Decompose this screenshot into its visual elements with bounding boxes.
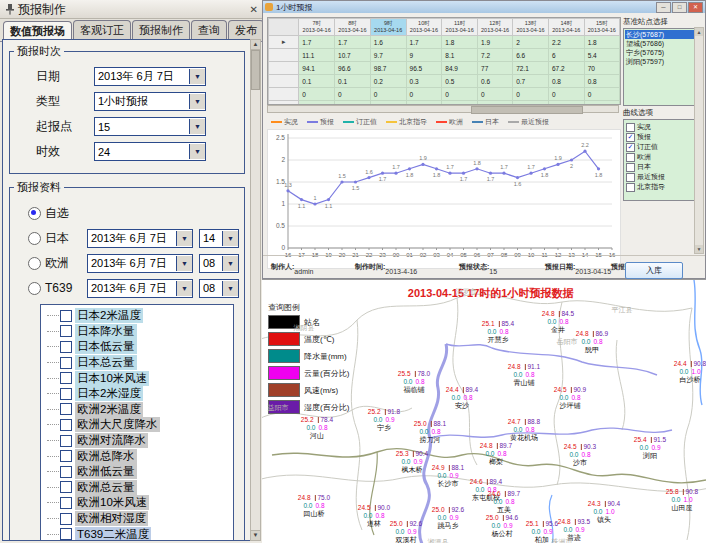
grid-cell[interactable]: 6 [548, 49, 584, 62]
grid-cell[interactable]: 98.7 [370, 62, 406, 75]
curve-option[interactable]: ✓预报 [625, 132, 701, 142]
grid-cell[interactable]: 0.5 [442, 75, 478, 88]
radio-T639[interactable] [28, 282, 41, 295]
tree-item[interactable]: 欧洲2米温度 [45, 402, 233, 418]
column-header[interactable]: 9时2013-04-16 [370, 19, 406, 36]
column-header[interactable]: 11时2013-04-16 [442, 19, 478, 36]
checkbox[interactable] [626, 183, 635, 192]
grid-cell[interactable]: 2.2 [548, 36, 584, 49]
grid-cell[interactable]: 7.2 [478, 49, 513, 62]
checkbox[interactable] [60, 310, 72, 322]
pin-icon[interactable] [4, 3, 16, 15]
hour-combo[interactable]: 14▼ [199, 229, 239, 248]
tab-客观订正[interactable]: 客观订正 [73, 20, 131, 41]
hscrollbar-thumb[interactable] [471, 106, 583, 114]
checkbox[interactable] [60, 372, 72, 384]
checkbox[interactable] [60, 435, 72, 447]
checkbox[interactable] [60, 325, 72, 337]
grid-cell[interactable]: 1.8 [442, 36, 478, 49]
grid-cell[interactable]: 0.1 [335, 75, 371, 88]
grid-cell[interactable]: 5.4 [584, 49, 619, 62]
grid-cell[interactable]: 6.6 [513, 49, 549, 62]
grid-cell[interactable]: 0.3 [406, 75, 442, 88]
grid-cell[interactable]: 1.7 [406, 36, 442, 49]
grid-cell[interactable]: 0 [548, 88, 584, 101]
chevron-down-icon[interactable]: ▼ [222, 256, 238, 271]
checkbox[interactable] [626, 163, 635, 172]
chevron-down-icon[interactable]: ▼ [189, 119, 205, 134]
panel-close-icon[interactable]: ✕ [250, 4, 258, 15]
tree-item[interactable]: 欧洲大尺度降水 [45, 417, 233, 433]
combo-起报点[interactable]: 15▼ [94, 117, 206, 136]
grid-cell[interactable]: 0.8 [584, 75, 619, 88]
date-combo[interactable]: 2013年 6月 7日▼ [87, 254, 193, 273]
grid-cell[interactable]: 0 [299, 88, 335, 101]
grid-cell[interactable]: 96.6 [335, 62, 371, 75]
grid-cell[interactable]: 0.7 [513, 75, 549, 88]
curve-option[interactable]: 最近预报 [625, 172, 701, 182]
combo-日期[interactable]: 2013年 6月 7日▼ [94, 67, 206, 86]
chevron-down-icon[interactable]: ▼ [189, 144, 205, 159]
grid-cell[interactable]: 0.8 [548, 75, 584, 88]
curve-option[interactable]: 北京指导 [625, 182, 701, 192]
scroll-down-icon[interactable]: ▼ [251, 530, 260, 540]
curve-option[interactable]: 欧洲 [625, 152, 701, 162]
close-icon[interactable]: ✕ [688, 2, 703, 13]
grid-cell[interactable]: 9 [406, 49, 442, 62]
checkbox[interactable] [626, 173, 635, 182]
checkbox[interactable] [60, 497, 72, 509]
tree-item[interactable]: 欧洲总云量 [45, 480, 233, 496]
grid-cell[interactable]: 72.1 [513, 62, 549, 75]
forecast-window-titlebar[interactable]: 1小时预报 ─ □ ✕ [263, 1, 705, 13]
grid-cell[interactable]: 67.2 [548, 62, 584, 75]
grid-cell[interactable]: 0 [406, 88, 442, 101]
column-header[interactable]: 7时2013-04-16 [299, 19, 335, 36]
checkbox[interactable] [60, 528, 72, 540]
column-header[interactable]: 12时2013-04-16 [478, 19, 513, 36]
grid-cell[interactable]: 0 [335, 88, 371, 101]
radio-欧洲[interactable] [28, 257, 41, 270]
checkbox[interactable] [60, 357, 72, 369]
checkbox[interactable]: ✓ [626, 143, 635, 152]
column-header[interactable]: 13时2013-04-16 [513, 19, 549, 36]
radio-自选[interactable] [28, 207, 41, 220]
station-list-item[interactable]: 长沙(57687) [625, 30, 701, 39]
date-combo[interactable]: 2013年 6月 7日▼ [87, 229, 193, 248]
grid-cell[interactable]: 1.7 [335, 36, 371, 49]
forecast-data-grid[interactable]: 7时2013-04-168时2013-04-169时2013-04-1610时2… [267, 17, 621, 105]
grid-cell[interactable]: 0.6 [478, 75, 513, 88]
grid-hscrollbar[interactable] [267, 105, 619, 113]
combo-时效[interactable]: 24▼ [94, 142, 206, 161]
grid-cell[interactable]: 70 [584, 62, 619, 75]
grid-cell[interactable]: 0.1 [299, 75, 335, 88]
left-panel-scrollbar[interactable]: ▲ ▼ [250, 39, 261, 541]
grid-cell[interactable]: 1.8 [584, 36, 619, 49]
grid-cell[interactable]: 94.1 [299, 62, 335, 75]
grid-cell[interactable]: 0 [584, 88, 619, 101]
station-list-item[interactable]: 浏阳(57597) [625, 57, 701, 66]
checkbox[interactable] [60, 450, 72, 462]
grid-cell[interactable]: 11.1 [299, 49, 335, 62]
tree-item[interactable]: 日本2米湿度 [45, 386, 233, 402]
grid-cell[interactable]: 2 [513, 36, 549, 49]
grid-cell[interactable]: 0.2 [370, 75, 406, 88]
curve-option[interactable]: 实况 [625, 122, 701, 132]
tree-item[interactable]: 欧洲对流降水 [45, 433, 233, 449]
store-button[interactable]: 入库 [625, 262, 683, 279]
column-header[interactable]: 14时2013-04-16 [548, 19, 584, 36]
scroll-up-icon[interactable]: ▲ [695, 28, 703, 36]
curve-option[interactable]: 日本 [625, 162, 701, 172]
checkbox[interactable] [60, 419, 72, 431]
checkbox[interactable] [626, 123, 635, 132]
checkbox[interactable] [60, 466, 72, 478]
date-combo[interactable]: 2013年 6月 7日▼ [87, 279, 193, 298]
grid-cell[interactable]: 1.9 [478, 36, 513, 49]
maximize-icon[interactable]: □ [672, 2, 687, 13]
column-header[interactable]: 8时2013-04-16 [335, 19, 371, 36]
chevron-down-icon[interactable]: ▼ [176, 281, 192, 296]
grid-cell[interactable]: 8.1 [442, 49, 478, 62]
tree-item[interactable]: 日本降水量 [45, 324, 233, 340]
chevron-down-icon[interactable]: ▼ [189, 69, 205, 84]
column-header[interactable]: 10时2013-04-16 [406, 19, 442, 36]
chevron-down-icon[interactable]: ▼ [176, 231, 192, 246]
